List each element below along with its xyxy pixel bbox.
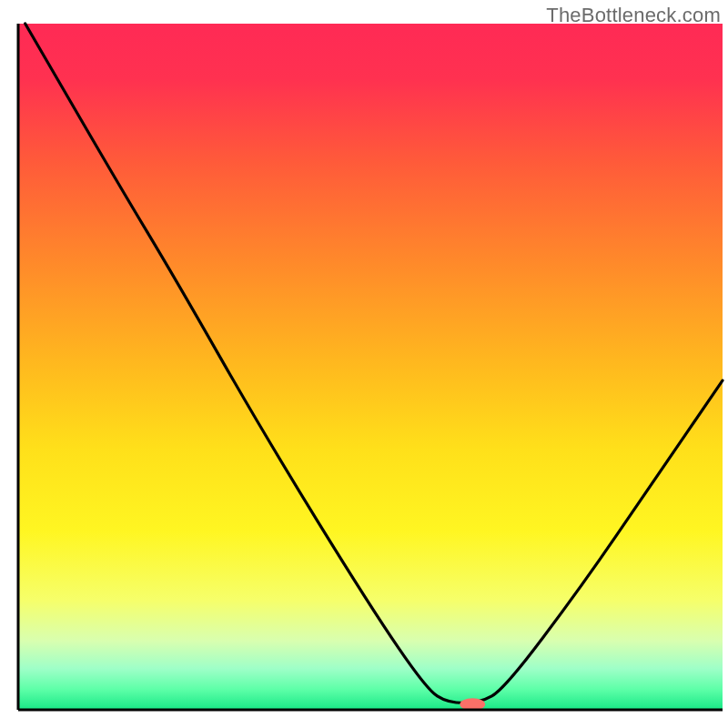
watermark-label: TheBottleneck.com bbox=[546, 4, 721, 27]
chart-svg bbox=[0, 0, 728, 728]
bottleneck-chart: TheBottleneck.com bbox=[0, 0, 728, 728]
plot-area bbox=[18, 24, 723, 711]
